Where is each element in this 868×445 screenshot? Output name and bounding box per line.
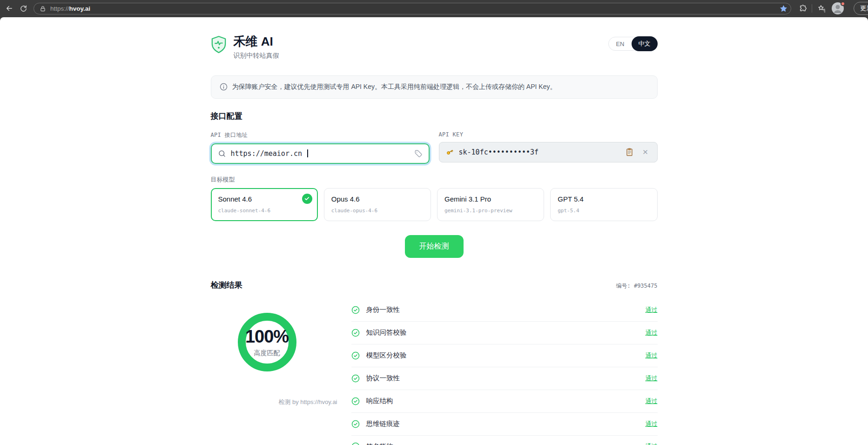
paste-clipboard-button[interactable] bbox=[624, 147, 635, 158]
selected-check-icon bbox=[302, 194, 312, 204]
model-name: GPT 5.4 bbox=[558, 195, 650, 203]
extensions-button[interactable] bbox=[797, 2, 809, 14]
check-circle-icon bbox=[351, 397, 360, 405]
check-status-link[interactable]: 通过 bbox=[646, 420, 658, 428]
update-label: 更新 bbox=[860, 4, 868, 13]
model-card-sonnet[interactable]: Sonnet 4.6 claude-sonnet-4-6 bbox=[211, 188, 318, 221]
close-icon: ✕ bbox=[642, 148, 648, 156]
score-column: 100% 高度匹配 检测 by https://hvoy.ai bbox=[211, 299, 351, 445]
check-circle-icon bbox=[351, 442, 360, 445]
clipboard-icon bbox=[625, 148, 634, 156]
api-url-value: https://meaior.cn bbox=[231, 149, 303, 158]
profile-avatar[interactable] bbox=[831, 2, 844, 15]
model-card-opus[interactable]: Opus 4.6 claude-opus-4-6 bbox=[324, 188, 431, 221]
check-row: 身份一致性 通过 bbox=[351, 299, 658, 322]
model-section-label: 目标模型 bbox=[211, 175, 658, 184]
favorites-star-lines-icon bbox=[817, 4, 826, 13]
check-label: 签名指纹 bbox=[366, 442, 393, 445]
model-card-gemini[interactable]: Gemini 3.1 Pro gemini-3.1-pro-preview bbox=[437, 188, 544, 221]
key-icon bbox=[445, 148, 454, 156]
model-id: gemini-3.1-pro-preview bbox=[444, 208, 537, 214]
reload-button[interactable] bbox=[17, 2, 30, 15]
security-notice-banner: 为保障账户安全，建议优先使用测试专用 API Key。本工具采用纯前端处理逻辑，… bbox=[211, 75, 658, 99]
page-subtitle: 识别中转站真假 bbox=[234, 52, 279, 60]
checks-list: 身份一致性 通过 知识问答校验 通过 模型区分校验 通过 协议一致性 通过 bbox=[351, 299, 658, 445]
browser-update-button[interactable]: 更新 ⋮ bbox=[854, 2, 868, 15]
model-name: Opus 4.6 bbox=[331, 195, 424, 203]
check-label: 思维链痕迹 bbox=[366, 419, 400, 428]
site-security-lock-icon bbox=[40, 6, 46, 12]
score-ring: 100% 高度匹配 bbox=[238, 313, 296, 371]
api-url-label: API 接口地址 bbox=[211, 131, 430, 139]
model-id: claude-sonnet-4-6 bbox=[218, 208, 310, 214]
check-circle-icon bbox=[351, 420, 360, 428]
check-status-link[interactable]: 通过 bbox=[646, 329, 658, 337]
toolbar-divider bbox=[812, 4, 812, 13]
extensions-puzzle-icon bbox=[799, 4, 807, 13]
check-row: 模型区分校验 通过 bbox=[351, 344, 658, 367]
tag-icon bbox=[414, 149, 423, 158]
api-url-input[interactable]: https://meaior.cn bbox=[211, 143, 430, 164]
score-value: 100% bbox=[245, 327, 289, 347]
check-row: 响应结构 通过 bbox=[351, 390, 658, 413]
api-key-label: API KEY bbox=[439, 131, 658, 138]
watermark-text: 检测 by https://hvoy.ai bbox=[211, 398, 351, 406]
api-key-input[interactable]: sk-10fc••••••••••3f ✕ bbox=[439, 142, 658, 162]
page-header: 禾维 AI 识别中转站真假 EN 中文 bbox=[211, 35, 658, 60]
check-circle-icon bbox=[351, 306, 360, 314]
text-caret bbox=[307, 149, 308, 157]
back-arrow-icon bbox=[5, 4, 13, 13]
brand: 禾维 AI 识别中转站真假 bbox=[211, 35, 279, 60]
check-label: 响应结构 bbox=[366, 397, 393, 405]
bookmark-star-icon bbox=[779, 4, 788, 13]
model-id: claude-opus-4-6 bbox=[331, 208, 424, 214]
check-label: 模型区分校验 bbox=[366, 351, 407, 360]
reload-icon bbox=[20, 5, 27, 13]
clear-key-button[interactable]: ✕ bbox=[640, 147, 651, 158]
check-row: 协议一致性 通过 bbox=[351, 367, 658, 390]
score-caption: 高度匹配 bbox=[254, 349, 280, 357]
check-status-link[interactable]: 通过 bbox=[646, 351, 658, 360]
check-circle-icon bbox=[351, 329, 360, 337]
page-title: 禾维 AI bbox=[234, 35, 279, 48]
bookmark-star-button[interactable] bbox=[777, 2, 789, 14]
start-detection-button[interactable]: 开始检测 bbox=[405, 235, 464, 258]
search-icon bbox=[218, 149, 226, 158]
url-text: https://hvoy.ai bbox=[50, 5, 90, 12]
check-status-link[interactable]: 通过 bbox=[646, 397, 658, 405]
check-status-link[interactable]: 通过 bbox=[646, 442, 658, 445]
check-row: 知识问答校验 通过 bbox=[351, 322, 658, 344]
info-icon bbox=[220, 83, 228, 91]
lang-option-zh[interactable]: 中文 bbox=[632, 36, 658, 51]
notice-text: 为保障账户安全，建议优先使用测试专用 API Key。本工具采用纯前端处理逻辑，… bbox=[232, 83, 557, 91]
web-page: 禾维 AI 识别中转站真假 EN 中文 为保障账户安全，建议优先使用测试专用 A… bbox=[0, 17, 868, 445]
model-name: Gemini 3.1 Pro bbox=[444, 195, 537, 203]
check-label: 知识问答校验 bbox=[366, 328, 407, 337]
shield-pulse-logo-icon bbox=[211, 35, 227, 54]
address-bar[interactable]: https://hvoy.ai bbox=[34, 3, 791, 14]
favorites-button[interactable] bbox=[815, 2, 828, 14]
notification-dot bbox=[841, 1, 845, 6]
config-section-title: 接口配置 bbox=[211, 111, 658, 121]
check-status-link[interactable]: 通过 bbox=[646, 374, 658, 383]
browser-chrome: https://hvoy.ai 更新 ⋮ bbox=[0, 0, 868, 17]
check-status-link[interactable]: 通过 bbox=[646, 306, 658, 314]
lang-option-en[interactable]: EN bbox=[609, 37, 631, 51]
model-cards: Sonnet 4.6 claude-sonnet-4-6 Opus 4.6 cl… bbox=[211, 188, 658, 221]
check-circle-icon bbox=[351, 351, 360, 360]
api-key-field: API KEY sk-10fc••••••••••3f bbox=[439, 131, 658, 164]
report-id: 编号: #935475 bbox=[616, 282, 657, 290]
check-label: 协议一致性 bbox=[366, 374, 400, 383]
results-section-title: 检测结果 bbox=[211, 280, 242, 290]
model-card-gpt[interactable]: GPT 5.4 gpt-5.4 bbox=[550, 188, 657, 221]
check-label: 身份一致性 bbox=[366, 305, 400, 314]
model-name: Sonnet 4.6 bbox=[218, 195, 310, 203]
api-key-value: sk-10fc••••••••••3f bbox=[459, 148, 539, 156]
model-id: gpt-5.4 bbox=[558, 208, 650, 214]
back-button[interactable] bbox=[3, 2, 16, 15]
api-url-field: API 接口地址 https://meaior.cn bbox=[211, 131, 430, 164]
check-row: 思维链痕迹 通过 bbox=[351, 413, 658, 436]
language-toggle: EN 中文 bbox=[608, 37, 657, 51]
check-circle-icon bbox=[351, 374, 360, 383]
check-row: 签名指纹 通过 bbox=[351, 436, 658, 445]
